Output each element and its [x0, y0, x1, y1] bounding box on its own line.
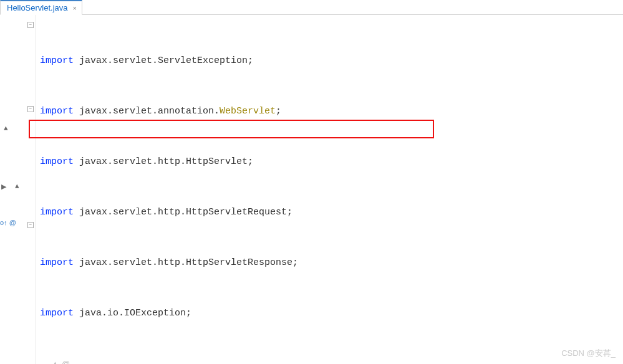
import-line: import javax.servlet.ServletException;: [40, 52, 623, 69]
tab-bar: HelloServlet.java ×: [0, 0, 623, 15]
vcs-author-line: ▲ @: [40, 355, 623, 364]
tab-title: HelloServlet.java: [7, 3, 68, 12]
import-line: import javax.servlet.annotation.WebServl…: [40, 103, 623, 120]
watermark: CSDN @安苒_: [561, 348, 616, 359]
override-icon[interactable]: o↑ @: [0, 219, 16, 226]
import-line: import javax.servlet.http.HttpServlet;: [40, 153, 623, 170]
editor-tab[interactable]: HelloServlet.java ×: [0, 0, 82, 15]
import-line: import javax.servlet.http.HttpServletRes…: [40, 254, 623, 271]
author-icon: ▲: [15, 183, 19, 190]
run-icon[interactable]: ▶: [1, 183, 6, 191]
import-line: import java.io.IOException;: [40, 305, 623, 322]
import-line: import javax.servlet.http.HttpServletReq…: [40, 204, 623, 221]
author-icon: ▲: [4, 125, 8, 132]
code-area[interactable]: import javax.servlet.ServletException; i…: [36, 15, 623, 364]
fold-icon[interactable]: −: [27, 22, 34, 28]
gutter[interactable]: − − ▲ ▶ ▲ o↑ @ −: [0, 15, 36, 364]
editor: − − ▲ ▶ ▲ o↑ @ − import javax.servlet.Se…: [0, 15, 623, 364]
fold-icon[interactable]: −: [27, 106, 34, 112]
fold-icon[interactable]: −: [27, 222, 34, 228]
close-icon[interactable]: ×: [73, 4, 77, 12]
